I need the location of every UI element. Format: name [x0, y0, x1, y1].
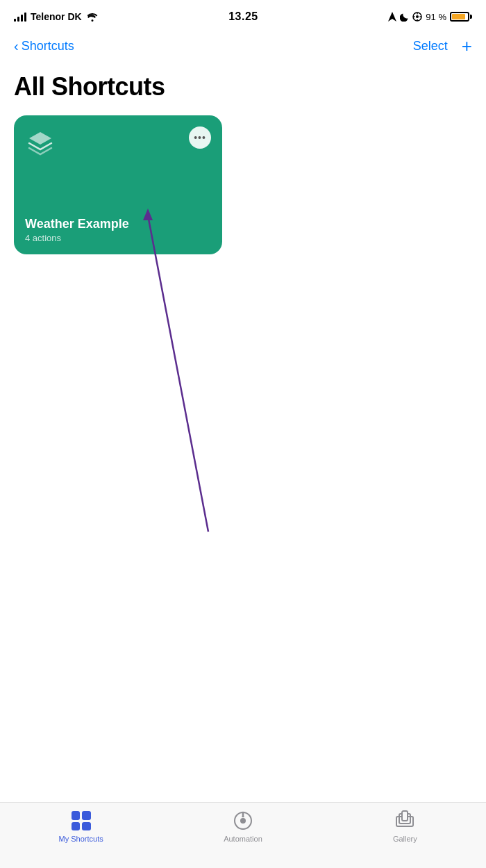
status-left: Telenor DK	[14, 11, 99, 22]
svg-line-6	[148, 215, 208, 532]
more-button[interactable]: •••	[189, 126, 211, 149]
gallery-icon	[394, 810, 416, 832]
shortcuts-grid: ••• Weather Example 4 actions	[0, 115, 486, 254]
wifi-icon	[86, 12, 99, 22]
tab-gallery[interactable]: Gallery	[377, 810, 433, 843]
nav-actions: Select +	[413, 37, 472, 55]
add-button[interactable]: +	[462, 37, 472, 55]
tab-automation[interactable]: Automation	[215, 810, 271, 843]
svg-point-1	[416, 15, 419, 18]
battery-icon	[450, 12, 472, 22]
card-bottom: Weather Example 4 actions	[25, 217, 211, 243]
moon-icon	[400, 13, 409, 22]
shortcut-app-icon	[25, 126, 56, 157]
layers-icon	[26, 128, 54, 156]
back-label: Shortcuts	[22, 39, 74, 54]
page-title-section: All Shortcuts	[0, 67, 486, 115]
shortcut-card-weather-example[interactable]: ••• Weather Example 4 actions	[14, 115, 222, 254]
battery-percent: 91 %	[426, 12, 446, 22]
back-button[interactable]: ‹ Shortcuts	[14, 38, 74, 54]
status-right: 91 %	[388, 12, 472, 22]
my-shortcuts-icon	[70, 810, 92, 832]
navigation-bar: ‹ Shortcuts Select +	[0, 31, 486, 67]
time-label: 13.25	[228, 10, 258, 23]
shortcut-actions-count: 4 actions	[25, 233, 211, 243]
back-chevron-icon: ‹	[14, 38, 19, 54]
tab-bar: My Shortcuts Automation Gallery	[0, 802, 486, 868]
select-button[interactable]: Select	[413, 39, 448, 54]
shortcut-name: Weather Example	[25, 217, 211, 231]
page-title: All Shortcuts	[14, 72, 472, 101]
tab-gallery-label: Gallery	[393, 835, 417, 843]
tab-automation-label: Automation	[224, 835, 262, 843]
tab-my-shortcuts[interactable]: My Shortcuts	[53, 810, 109, 843]
card-top: •••	[25, 126, 211, 157]
tab-my-shortcuts-label: My Shortcuts	[59, 835, 103, 843]
location-icon	[388, 12, 396, 22]
automation-icon	[232, 810, 254, 832]
arrow-annotation	[139, 205, 278, 552]
svg-point-9	[240, 818, 246, 824]
more-dots-icon: •••	[194, 133, 206, 142]
signal-bars-icon	[14, 12, 26, 22]
target-icon	[412, 12, 422, 22]
svg-rect-13	[402, 811, 408, 821]
status-bar: Telenor DK 13.25 91 %	[0, 0, 486, 31]
carrier-label: Telenor DK	[31, 11, 82, 22]
